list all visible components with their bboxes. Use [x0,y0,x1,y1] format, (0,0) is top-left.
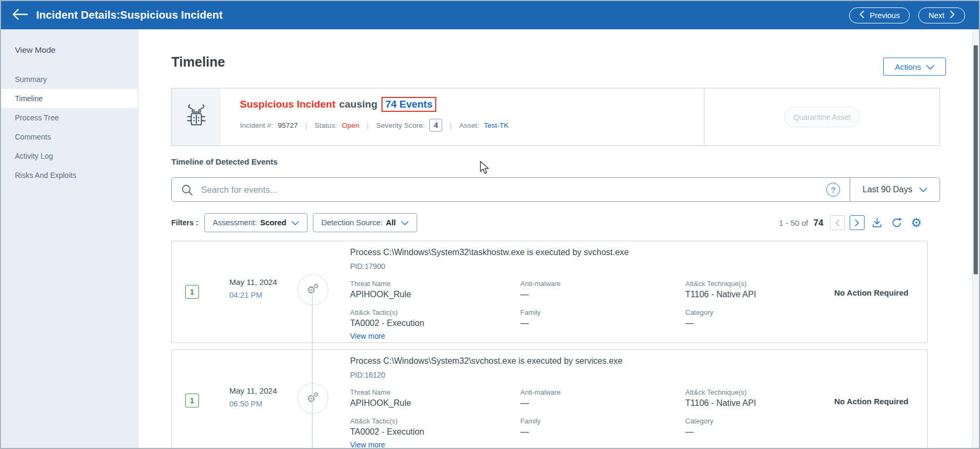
next-incident-button[interactable]: Next [918,7,965,23]
family-label: Family [520,417,685,425]
incident-meta-line: Incident #: 95727 | Status: Open | Sever… [240,119,704,132]
sidebar-item-risks-and-exploits[interactable]: Risks And Exploits [1,166,138,185]
category-value: — [685,319,829,328]
view-more-link[interactable]: View more [350,440,385,449]
anti-malware-label: Anti-malware [520,280,685,288]
export-download-icon[interactable] [869,217,884,229]
event-time: 06:50 PM [229,399,277,408]
incident-number-label: Incident #: [240,121,273,129]
event-title: Process C:\Windows\System32\svchost.exe … [350,356,829,366]
event-count-badge: 1 [185,285,199,299]
page-previous-button[interactable] [830,215,845,230]
incident-summary-body: Suspicious Incident causing 74 Events In… [221,88,704,145]
settings-gear-icon[interactable]: ⚙ [909,217,924,229]
category-label: Category [685,417,829,425]
attck-tactic-value: TA0002 - Execution [350,319,520,328]
previous-incident-button[interactable]: Previous [849,7,910,23]
event-action-status: No Action Required [834,397,935,406]
incident-title-line: Suspicious Incident causing 74 Events [240,97,704,112]
arrow-left-icon [12,9,28,22]
family-value: — [520,427,685,437]
filter-name: Assessment: [213,218,257,227]
event-body: Process C:\Windows\System32\taskhostw.ex… [350,248,829,341]
incident-number-value: 95727 [278,121,298,129]
meta-separator: | [305,121,308,129]
anti-malware-value: — [520,290,685,299]
event-action-status: No Action Required [834,288,935,297]
anti-malware-label: Anti-malware [520,388,685,396]
page-next-button[interactable] [850,215,865,230]
filters-label: Filters : [171,218,198,227]
meta-separator: | [367,121,369,129]
pagination-total: 74 [813,218,823,228]
sidebar-item-comments[interactable]: Comments [1,127,138,146]
page-header-title: Incident Details:Suspicious Incident [36,9,223,21]
actions-button[interactable]: Actions [883,58,946,76]
sidebar-item-activity-log[interactable]: Activity Log [1,146,138,166]
attck-tactic-label: Att&ck Tactic(s) [350,308,520,316]
asset-label: Asset: [459,121,479,129]
view-more-link[interactable]: View more [350,332,385,340]
chevron-down-icon [919,185,927,194]
incident-summary-card: Suspicious Incident causing 74 Events In… [171,88,940,146]
severity-score-label: Severity Score: [376,121,425,129]
status-label: Status: [314,121,337,129]
actions-label: Actions [895,62,921,71]
scrollbar-thumb[interactable] [974,45,978,274]
event-count-badge: 1 [185,394,199,407]
view-mode-sidebar: View Mode Summary Timeline Process Tree … [1,29,138,448]
incident-causing-text: causing [339,99,377,110]
event-time: 04:21 PM [229,291,277,299]
vertical-scrollbar[interactable] [972,29,979,448]
anti-malware-value: — [520,398,685,408]
status-value: Open [342,121,359,129]
event-title: Process C:\Windows\System32\taskhostw.ex… [350,248,829,257]
chevron-down-icon [292,218,299,227]
detection-source-filter-dropdown[interactable]: Detection Source: All [313,213,417,232]
top-bar: Incident Details:Suspicious Incident Pre… [1,1,979,29]
threat-name-value: APIHOOK_Rule [350,398,520,408]
incident-card-actions: Quarantine Asset [704,88,940,145]
mouse-cursor-icon [479,161,491,177]
process-gears-icon: ⚙⚙ [297,383,328,414]
event-fields: Threat NameAPIHOOK_Rule Anti-malware— At… [350,280,829,328]
chevron-down-icon [401,218,409,227]
meta-separator: | [450,121,452,129]
pagination-range: 1 - 50 of [779,218,808,227]
asset-link[interactable]: Test-TK [484,121,509,129]
filter-value: All [386,218,396,227]
severity-score-badge: 4 [429,119,442,132]
threat-name-value: APIHOOK_Rule [350,290,520,299]
incident-icon-cell [172,88,221,145]
attck-tactic-label: Att&ck Tactic(s) [350,417,520,425]
event-date: May 11, 2024 [229,277,277,287]
threat-name-label: Threat Name [350,280,520,288]
threat-name-label: Threat Name [350,388,520,396]
category-label: Category [685,308,829,316]
sidebar-item-timeline[interactable]: Timeline [1,89,138,108]
event-date: May 11, 2024 [229,386,277,395]
help-icon[interactable]: ? [826,183,840,197]
quarantine-asset-button[interactable]: Quarantine Asset [784,107,860,127]
attck-technique-label: Att&ck Technique(s) [685,280,829,288]
incident-details-screen: Incident Details:Suspicious Incident Pre… [0,0,980,449]
events-count-link[interactable]: 74 Events [381,97,436,112]
detected-events-heading: Timeline of Detected Events [171,157,278,166]
attck-technique-value: T1106 - Native API [685,398,829,408]
refresh-icon[interactable] [889,217,904,229]
event-pid: PID:16120 [350,371,829,379]
event-card: 1 May 11, 2024 06:50 PM ⚙⚙ Process C:\Wi… [171,349,928,449]
incident-name: Suspicious Incident [240,99,335,110]
event-datetime: May 11, 2024 04:21 PM [229,277,277,299]
search-input[interactable] [200,184,826,195]
sidebar-item-process-tree[interactable]: Process Tree [1,108,138,127]
assessment-filter-dropdown[interactable]: Assessment: Scored [204,213,308,232]
process-gears-icon: ⚙⚙ [297,274,328,305]
sidebar-item-summary[interactable]: Summary [1,70,138,89]
chevron-right-icon [950,11,955,20]
back-button[interactable] [12,9,28,22]
date-range-dropdown[interactable]: Last 90 Days [850,185,940,194]
chevron-left-icon [859,11,864,20]
family-value: — [520,319,685,328]
timeline-connector-line [312,289,313,449]
